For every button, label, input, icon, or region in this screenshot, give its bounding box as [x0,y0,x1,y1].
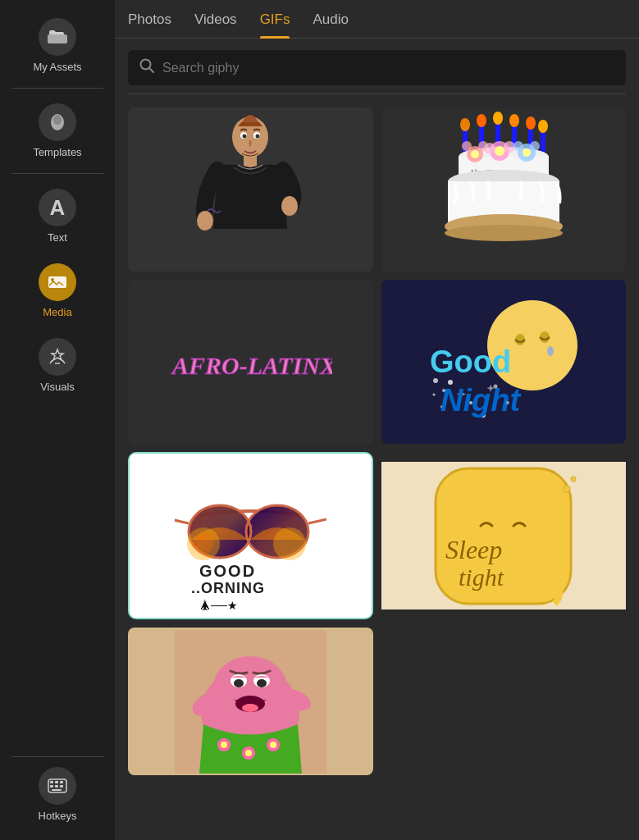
svg-rect-8 [60,781,63,783]
search-icon [139,58,154,77]
svg-rect-16 [244,155,257,167]
svg-point-94 [571,477,576,482]
svg-point-62 [432,394,435,396]
sidebar: My Assets Templates A Text Media [0,0,115,840]
svg-point-46 [484,143,495,154]
gif-sleep-container: Sleep tight [381,462,627,609]
sidebar-label-text: Text [48,231,67,244]
svg-point-102 [245,750,252,756]
svg-point-39 [471,150,479,158]
svg-text:Night: Night [440,383,521,418]
svg-rect-7 [55,781,58,783]
svg-point-69 [433,378,438,383]
svg-point-71 [506,401,509,404]
svg-point-32 [526,116,536,130]
svg-point-18 [281,196,298,216]
svg-text:Good: Good [430,345,511,379]
svg-point-24 [460,118,470,131]
svg-rect-12 [52,789,62,791]
sidebar-divider-2 [11,173,103,174]
svg-point-28 [493,112,503,125]
svg-point-4 [51,278,54,281]
visuals-icon [39,338,76,376]
svg-point-34 [538,120,548,133]
svg-point-49 [530,141,540,151]
svg-point-47 [504,141,515,153]
media-tabs: Photos Videos GIFs Audio [115,0,639,39]
sidebar-item-my-assets[interactable]: My Assets [0,8,115,83]
sidebar-divider-1 [11,88,103,89]
tab-audio[interactable]: Audio [313,11,348,38]
sidebar-label-hotkeys: Hotkeys [39,810,77,822]
gif-cell-cake[interactable]: Happy Birthday [381,107,627,272]
sidebar-item-visuals[interactable]: Visuals [0,328,115,403]
svg-text:🛦──★: 🛦──★ [199,599,238,612]
svg-line-14 [149,68,153,72]
svg-point-72 [442,389,445,392]
svg-rect-6 [50,781,53,783]
svg-point-93 [564,486,570,492]
sidebar-label-templates: Templates [33,146,81,158]
gif-cell-man[interactable] [128,107,373,272]
media-icon [39,263,76,301]
svg-text:tight: tight [459,564,504,591]
svg-line-79 [175,519,189,523]
sidebar-item-hotkeys[interactable]: Hotkeys [0,757,115,832]
svg-point-109 [257,679,267,687]
svg-point-41 [495,146,504,156]
svg-point-84 [273,527,306,560]
templates-icon [39,103,76,141]
gif-cell-sleep-tight[interactable]: Sleep tight [381,452,627,619]
search-divider [128,94,626,94]
sidebar-item-templates[interactable]: Templates [0,94,115,168]
svg-text:..ORNING: ..ORNING [191,580,265,596]
svg-point-56 [445,225,563,241]
gif-man-container [128,107,373,272]
svg-point-44 [462,141,472,151]
svg-point-111 [242,704,258,712]
svg-rect-0 [48,34,67,43]
tab-videos[interactable]: Videos [194,11,237,38]
main-content: Photos Videos GIFs Audio [115,0,639,840]
svg-text:Sleep: Sleep [445,535,502,564]
gif-cell-good-morning[interactable]: ✈ GOOD ..ORNING 🛦──★ [128,452,373,619]
gif-grid: Happy Birthday [115,103,639,840]
svg-point-22 [256,134,260,138]
svg-point-70 [493,385,497,389]
svg-rect-33 [541,130,545,153]
svg-rect-11 [60,785,63,788]
sidebar-label-visuals: Visuals [40,381,75,393]
svg-point-17 [197,211,213,231]
text-icon: A [39,189,76,226]
folder-icon [39,18,76,56]
sidebar-label-media: Media [43,306,71,318]
sidebar-label-my-assets: My Assets [33,61,81,73]
search-bar [128,50,626,85]
tab-gifs[interactable]: GIFs [260,11,290,38]
gif-night-container: Good Night [381,280,627,444]
sidebar-item-media[interactable]: Media [0,253,115,328]
gif-cell-patrick[interactable] [128,628,373,775]
svg-point-48 [513,141,523,151]
svg-rect-10 [55,785,58,788]
gif-cell-afro-latinx[interactable]: AFRO-LATINX [128,280,373,444]
sidebar-item-text[interactable]: A Text [0,179,115,253]
tab-photos[interactable]: Photos [128,11,171,38]
svg-line-80 [308,519,326,523]
gif-cell-good-night[interactable]: Good Night [381,280,627,444]
gif-patrick-container [128,628,373,775]
svg-point-2 [53,115,62,125]
svg-point-66 [547,346,554,356]
svg-point-104 [270,742,276,748]
svg-point-26 [477,114,486,127]
gif-cake-container: Happy Birthday [381,107,627,272]
svg-text:AFRO-LATINX: AFRO-LATINX [171,352,332,379]
gif-morning-container: ✈ GOOD ..ORNING 🛦──★ [130,454,372,618]
svg-point-21 [243,134,247,138]
svg-rect-9 [50,785,53,788]
svg-point-43 [523,148,531,157]
svg-rect-3 [48,276,66,288]
svg-point-108 [234,679,244,687]
search-input[interactable] [162,61,614,75]
svg-text:✈: ✈ [193,541,199,548]
